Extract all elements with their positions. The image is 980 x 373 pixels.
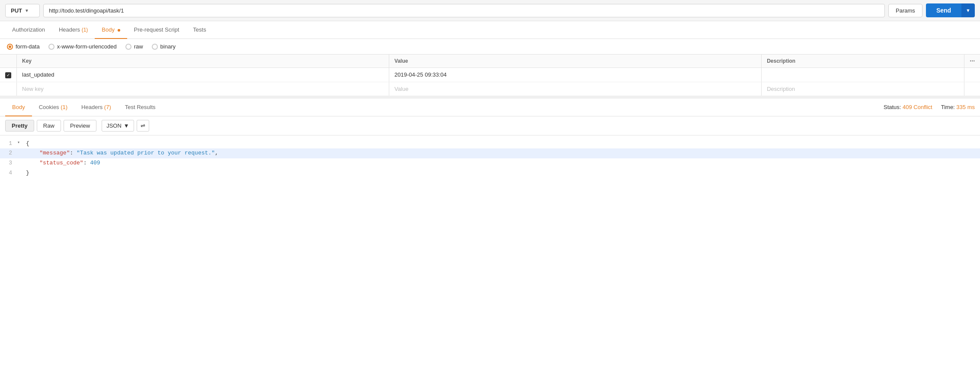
method-label: PUT: [11, 7, 22, 14]
json-line-1: 1 ▾ {: [0, 139, 980, 149]
row-value-cell[interactable]: 2019-04-25 09:33:04: [389, 68, 762, 82]
tab-pre-request-script[interactable]: Pre-request Script: [127, 21, 186, 39]
col-key: Key: [17, 55, 389, 68]
radio-raw[interactable]: raw: [125, 43, 143, 50]
col-expand: ⋯: [964, 55, 980, 68]
json-line-4: 4 }: [0, 168, 980, 178]
response-toolbar: Pretty Raw Preview JSON ▼ ⇌: [0, 116, 980, 135]
request-tabs: Authorization Headers (1) Body Pre-reque…: [0, 21, 980, 39]
json-line-2: 2 "message": "Task was updated prior to …: [0, 148, 980, 158]
format-button[interactable]: JSON ▼: [102, 120, 134, 132]
method-chevron-icon: ▼: [25, 8, 29, 13]
radio-binary-circle: [152, 44, 158, 50]
row-key-cell[interactable]: last_updated: [17, 68, 389, 82]
wrap-icon: ⇌: [141, 122, 145, 129]
preview-button[interactable]: Preview: [64, 120, 96, 132]
wrap-button[interactable]: ⇌: [137, 120, 149, 132]
col-checkbox: [0, 55, 17, 68]
table-row: last_updated 2019-04-25 09:33:04: [0, 68, 980, 82]
params-button[interactable]: Params: [888, 4, 922, 17]
radio-raw-circle: [125, 44, 131, 50]
resp-tab-headers[interactable]: Headers (7): [74, 99, 118, 116]
new-key-cell[interactable]: New key: [17, 82, 389, 96]
send-button-group: Send ▼: [926, 3, 975, 17]
time-label: Time: 335 ms: [941, 104, 975, 110]
resp-tab-body[interactable]: Body: [5, 99, 32, 116]
raw-button[interactable]: Raw: [37, 120, 61, 132]
url-input[interactable]: [43, 4, 885, 17]
row-description-cell[interactable]: [762, 68, 964, 82]
format-label: JSON: [106, 122, 122, 129]
resp-tab-cookies[interactable]: Cookies (1): [32, 99, 74, 116]
radio-urlencoded[interactable]: x-www-form-urlencoded: [48, 43, 117, 50]
status-label: Status: 409 Conflict: [884, 104, 932, 110]
format-chevron-icon: ▼: [124, 122, 129, 129]
col-value: Value: [389, 55, 762, 68]
col-description: Description: [762, 55, 964, 68]
body-dot-indicator: [118, 29, 120, 32]
response-tabs: Body Cookies (1) Headers (7) Test Result…: [0, 99, 980, 116]
send-button[interactable]: Send: [926, 3, 961, 17]
time-value: 335 ms: [956, 104, 975, 110]
table-new-row: New key Value Description: [0, 82, 980, 96]
radio-form-data-circle: [7, 44, 13, 50]
body-type-bar: form-data x-www-form-urlencoded raw bina…: [0, 39, 980, 55]
new-description-cell[interactable]: Description: [762, 82, 964, 96]
url-bar: PUT ▼ Params Send ▼: [0, 0, 980, 21]
row-checkbox-cell[interactable]: [0, 68, 17, 82]
form-data-table: Key Value Description ⋯ last_updated 201…: [0, 55, 980, 96]
status-value: 409 Conflict: [903, 104, 932, 110]
row-expand-cell: [964, 68, 980, 82]
response-status-area: Status: 409 Conflict Time: 335 ms: [884, 104, 975, 110]
radio-binary[interactable]: binary: [152, 43, 176, 50]
row-checkbox[interactable]: [5, 72, 11, 78]
json-line-3: 3 "status_code": 409: [0, 158, 980, 168]
resp-tab-test-results[interactable]: Test Results: [118, 99, 163, 116]
tab-headers[interactable]: Headers (1): [52, 21, 95, 39]
radio-urlencoded-circle: [48, 44, 54, 50]
tab-authorization[interactable]: Authorization: [5, 21, 52, 39]
method-button[interactable]: PUT ▼: [5, 4, 40, 17]
tab-tests[interactable]: Tests: [186, 21, 213, 39]
new-value-cell[interactable]: Value: [389, 82, 762, 96]
json-viewer: 1 ▾ { 2 "message": "Task was updated pri…: [0, 135, 980, 205]
radio-form-data[interactable]: form-data: [7, 43, 40, 50]
pretty-button[interactable]: Pretty: [5, 120, 34, 132]
send-dropdown-button[interactable]: ▼: [961, 3, 975, 17]
tab-body[interactable]: Body: [95, 21, 127, 39]
